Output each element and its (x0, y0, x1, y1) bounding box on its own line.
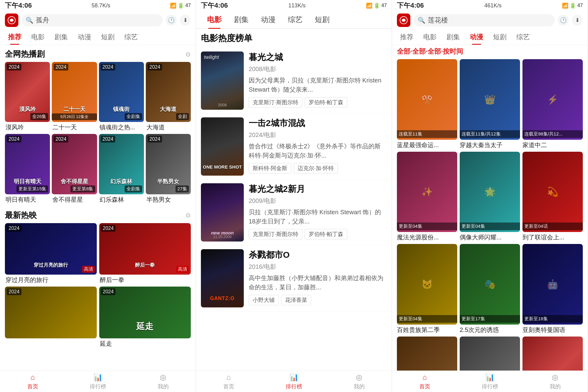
panel-home: 下午4:06 58.7K/s 📶 🔋 47 🔍 孤舟 🕐 ⬇ 推荐 电影 剧集 … (0, 0, 196, 392)
rank-info-3: 暮光之城2新月 2009/电影 贝拉（克里斯汀·斯图尔特 Kristen Ste… (249, 183, 387, 242)
anime-card-9[interactable]: 🤖 更新至18集 亚刻奥特曼国语 (522, 244, 583, 334)
bottom-nav-2: ⌂ 首页 📊 排行榜 ◎ 我的 (196, 371, 392, 392)
anime-card-12[interactable]: ⚔️ 更新至..集 (522, 337, 583, 375)
drama-card-2[interactable]: 2024 二十一天 9月26日 12集全 二十一天 (52, 62, 97, 131)
tab-series-3[interactable]: 剧集 (442, 29, 465, 45)
rank-desc-2: 曾合作过《终极杀士2》《意外杀手》等作品的斯科特·阿金斯与迈克尔·加·怀... (249, 142, 387, 160)
rank-desc-1: 因为父母离异，贝拉（克里斯汀·斯图尔特 Kristen Stewart 饰）随父… (249, 76, 387, 94)
drama-card-1[interactable]: 2024 漠风吟 全26集 漠风吟 (5, 62, 50, 131)
latest-card-4[interactable]: 2024 延走 延走 (99, 287, 191, 348)
tab-recommend-3[interactable]: 推荐 (395, 29, 418, 45)
hot-drama-more[interactable]: ⊙ (186, 51, 191, 58)
tab-variety-1[interactable]: 综艺 (119, 29, 143, 45)
bottom-nav-3: ⌂ 首页 📊 排行榜 ◎ 我的 (392, 371, 588, 392)
anime-card-2[interactable]: 👑 连载至11集/共12集 穿越大秦当太子 (460, 59, 520, 149)
card-title-3: 镇魂街之热... (99, 123, 144, 131)
panel-anime: 下午4:06 461K/s 📶 🔋 47 🔍 莲花楼 🕐 ⬇ 推荐 电影 剧集 … (392, 0, 588, 392)
bottom-rank-1[interactable]: 📊 排行榜 (65, 373, 130, 390)
p2-tab-anime[interactable]: 动漫 (255, 11, 282, 28)
bottom-mine-1[interactable]: ◎ 我的 (130, 373, 196, 390)
rank-item-4[interactable]: GANTZ:O 杀戮都市O 2016/电影 高中生加藤胜（小野大辅配音）和弟弟过… (196, 245, 392, 311)
rank-meta-4: 2016/电影 (249, 263, 387, 271)
anime-filter[interactable]: 全部·全部·全部·按时间 (392, 45, 588, 59)
p2-tab-short[interactable]: 短剧 (309, 11, 336, 28)
p2-tab-movie[interactable]: 电影 (201, 11, 228, 28)
bottom-mine-2[interactable]: ◎ 我的 (326, 373, 392, 390)
anime-card-1[interactable]: 🎌 连载至11集 蓝星最强命运... (397, 59, 457, 149)
hot-drama-title: 全网热播剧 (5, 49, 45, 59)
badge-ep-1: 全26集 (30, 113, 48, 120)
rank-desc-4: 高中生加藤胜（小野大辅配音）和弟弟过着相依为命的生活，某日，加藤胜... (249, 273, 387, 292)
tab-short-3[interactable]: 短剧 (488, 29, 511, 45)
history-btn-3[interactable]: 🕐 (558, 15, 569, 26)
anime-card-4[interactable]: ✨ 更新至04集 魔法光源股份... (397, 152, 457, 242)
rank-item-1[interactable]: twilight 2008 暮光之城 2008/电影 因为父母离异，贝拉（克里斯… (196, 48, 392, 114)
tab-anime-3[interactable]: 动漫 (465, 29, 488, 45)
bottom-rank-2[interactable]: 📊 排行榜 (261, 373, 326, 390)
card-overlay-4: 大海道 (146, 105, 191, 113)
badge-year-4: 2024 (148, 64, 162, 70)
latest-card-2[interactable]: 2024 醉后一拳 高清 醉后一拳 (99, 223, 191, 284)
search-bar-3[interactable]: 🔍 莲花楼 (413, 14, 555, 26)
anime-card-3[interactable]: ⚡ 连载至98集/共12... 家道中二 (522, 59, 583, 149)
tab-anime-1[interactable]: 动漫 (73, 29, 96, 45)
drama-card-8[interactable]: 2024 半熟男女 27集 半熟男女 (146, 134, 191, 204)
search-bar-1[interactable]: 🔍 孤舟 (21, 14, 163, 26)
search-text-1: 孤舟 (36, 16, 49, 25)
drama-card-4[interactable]: 2024 大海道 全剧 大海道 (146, 62, 191, 131)
rank-item-2[interactable]: ONE MORE SHOT 一击2城市混战 2024/电影 曾合作过《终极杀士2… (196, 114, 392, 180)
tab-movie-1[interactable]: 电影 (26, 29, 50, 45)
panel-rankings: 下午4:06 113K/s 📶 🔋 47 电影 剧集 动漫 综艺 短剧 电影热度… (196, 0, 392, 392)
bottom-home-1[interactable]: ⌂ 首页 (0, 373, 65, 390)
header-1: 🔍 孤舟 🕐 ⬇ (0, 11, 196, 29)
card-overlay-1: 漠风吟 (5, 105, 50, 113)
tab-series-1[interactable]: 剧集 (50, 29, 73, 45)
anime-card-5[interactable]: 🌟 更新至04集 偶像大师闪耀... (460, 152, 520, 242)
drama-card-7[interactable]: 2024 幻乐森林 全剧集 幻乐森林 (99, 134, 144, 204)
header-actions-3: 🕐 ⬇ (558, 15, 583, 26)
status-time-3: 下午4:06 (397, 1, 424, 10)
bottom-home-3[interactable]: ⌂ 首页 (392, 373, 457, 390)
history-btn-1[interactable]: 🕐 (166, 15, 177, 26)
p2-tab-variety[interactable]: 综艺 (282, 11, 309, 28)
rank-title-2: 一击2城市混战 (249, 117, 387, 129)
hot-drama-grid: 2024 漠风吟 全26集 漠风吟 2024 二十一天 9月26日 12集全 二… (0, 62, 196, 134)
anime-card-6[interactable]: 💫 更新至04话 到了联谊会上... (522, 152, 583, 242)
p2-tab-series[interactable]: 剧集 (228, 11, 255, 28)
latest-card-1[interactable]: 2024 穿过月亮的旅行 高清 穿过月亮的旅行 (5, 223, 97, 284)
download-btn-3[interactable]: ⬇ (572, 15, 583, 26)
rank-list: twilight 2008 暮光之城 2008/电影 因为父母离异，贝拉（克里斯… (196, 48, 392, 377)
tab-movie-3[interactable]: 电影 (418, 29, 442, 45)
home-content: 全网热播剧 ⊙ 2024 漠风吟 全26集 漠风吟 2024 二十一天 9月26… (0, 45, 196, 373)
rank-info-1: 暮光之城 2008/电影 因为父母离异，贝拉（克里斯汀·斯图尔特 Kristen… (249, 51, 387, 110)
rank-item-3[interactable]: new moon 11.20.2009 暮光之城2新月 2009/电影 贝拉（克… (196, 180, 392, 245)
anime-card-8[interactable]: 🎭 更新至17集 2.5次元的诱惑 (460, 244, 520, 334)
anime-card-11[interactable]: 🏯 更新至..集 (460, 337, 520, 375)
anime-card-10[interactable]: 🌸 更新至04集 牧乐亭？ (397, 337, 457, 375)
rank-thumb-2: ONE MORE SHOT (201, 117, 244, 176)
tab-short-1[interactable]: 短剧 (96, 29, 119, 45)
rank-thumb-1: twilight 2008 (201, 51, 244, 110)
rank-title-4: 杀戮都市O (249, 249, 387, 261)
drama-card-6[interactable]: 2024 舍不得星星 更至第8集 舍不得星星 (52, 134, 97, 204)
tab-recommend-1[interactable]: 推荐 (3, 29, 26, 45)
tab-variety-3[interactable]: 综艺 (511, 29, 535, 45)
download-btn-1[interactable]: ⬇ (180, 15, 191, 26)
badge-year-1: 2024 (7, 64, 21, 70)
latest-card-3[interactable]: 2024 (5, 287, 97, 348)
bottom-mine-3[interactable]: ◎ 我的 (522, 373, 588, 390)
badge-year-3: 2024 (101, 64, 115, 70)
nav-tabs-1: 推荐 电影 剧集 动漫 短剧 综艺 (0, 29, 196, 45)
p2-nav: 电影 剧集 动漫 综艺 短剧 (196, 11, 392, 29)
search-icon-3: 🔍 (418, 17, 425, 24)
search-icon-1: 🔍 (26, 17, 33, 24)
drama-card-5[interactable]: 2024 明日有晴天 更新至第15集 明日有晴天 (5, 134, 50, 204)
bottom-home-2[interactable]: ⌂ 首页 (196, 373, 261, 390)
drama-card-3[interactable]: 2024 镇魂街 全剧集 镇魂街之热... (99, 62, 144, 131)
card-overlay-3: 镇魂街 (99, 105, 144, 113)
status-network-3: 461K/s (484, 2, 502, 9)
anime-card-7[interactable]: 🐱 更新至04集 百姓贵族第二季 (397, 244, 457, 334)
rank-tags-2: 斯科特·阿金斯 迈克尔·加·怀特 (249, 163, 387, 173)
bottom-rank-3[interactable]: 📊 排行榜 (457, 373, 522, 390)
card-title-1: 漠风吟 (5, 123, 50, 131)
